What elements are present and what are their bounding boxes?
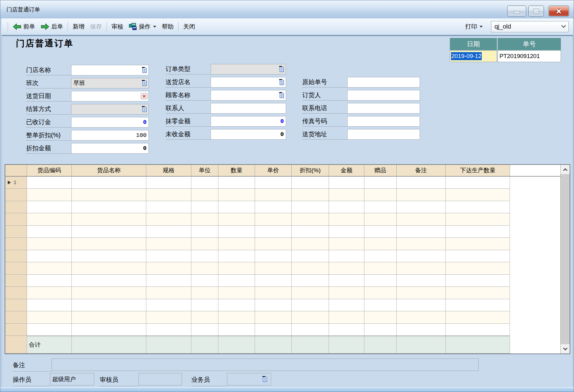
cell-r5-c4[interactable] — [191, 226, 218, 238]
cell-r9-c8[interactable] — [329, 275, 364, 287]
cell-r5-c8[interactable] — [329, 226, 364, 238]
cell-r1-c5[interactable] — [218, 177, 255, 189]
cell-r7-c9[interactable] — [364, 250, 397, 262]
cell-r3-c1[interactable] — [27, 201, 72, 213]
cell-r7-c10[interactable] — [397, 250, 446, 262]
store-name-field[interactable] — [71, 65, 149, 75]
cell-r8-c2[interactable] — [72, 262, 146, 274]
cell-r9-c6[interactable] — [255, 275, 292, 287]
cell-r11-c2[interactable] — [72, 299, 146, 311]
cell-r3-c2[interactable] — [72, 201, 146, 213]
cell-r4-c9[interactable] — [364, 213, 397, 225]
cell-r12-c11[interactable] — [446, 311, 510, 323]
cell-r11-c11[interactable] — [446, 299, 510, 311]
cell-r11-c10[interactable] — [397, 299, 446, 311]
cell-r1-c6[interactable] — [255, 177, 292, 189]
cell-r2-c1[interactable] — [27, 189, 72, 201]
cell-r9-c10[interactable] — [397, 275, 446, 287]
cell-r5-c2[interactable] — [72, 226, 146, 238]
cell-r7-c5[interactable] — [218, 250, 255, 262]
cell-r3-c10[interactable] — [397, 201, 446, 213]
cell-r1-c7[interactable] — [292, 177, 329, 189]
cell-r1-c11[interactable] — [446, 177, 510, 189]
new-button[interactable]: 新增 — [70, 21, 87, 32]
cell-r6-c10[interactable] — [397, 238, 446, 250]
cell-r4-c2[interactable] — [72, 213, 146, 225]
cell-r13-c6[interactable] — [255, 324, 292, 336]
cell-r5-c11[interactable] — [446, 226, 510, 238]
contact-person-field[interactable] — [211, 103, 286, 114]
print-template-combobox[interactable]: qj_old — [491, 21, 569, 32]
audit-button[interactable]: 审核 — [109, 21, 126, 32]
cell-r10-c10[interactable] — [397, 287, 446, 299]
row-selector-7[interactable] — [5, 250, 27, 262]
orderer-field[interactable] — [347, 90, 420, 101]
cell-r13-c1[interactable] — [27, 324, 72, 336]
cell-r10-c9[interactable] — [364, 287, 397, 299]
cell-r3-c3[interactable] — [146, 201, 191, 213]
order-type-field[interactable] — [211, 64, 286, 74]
list-lookup-icon[interactable] — [278, 92, 285, 99]
rounding-amount-field[interactable]: 0 — [211, 116, 286, 127]
cell-r8-c9[interactable] — [364, 262, 397, 274]
scroll-down-button[interactable] — [561, 344, 570, 354]
cell-r4-c1[interactable] — [27, 213, 72, 225]
cell-r6-c4[interactable] — [191, 238, 218, 250]
cell-r8-c3[interactable] — [146, 262, 191, 274]
cell-r7-c7[interactable] — [292, 250, 329, 262]
cell-r9-c1[interactable] — [27, 275, 72, 287]
cell-r6-c1[interactable] — [27, 238, 72, 250]
unpaid-amount-field[interactable]: 0 — [211, 129, 286, 140]
cell-r9-c11[interactable] — [446, 275, 510, 287]
cell-r13-c5[interactable] — [218, 324, 255, 336]
cell-r6-c2[interactable] — [72, 238, 146, 250]
cell-r2-c5[interactable] — [218, 189, 255, 201]
cell-r10-c11[interactable] — [446, 287, 510, 299]
original-orderno-field[interactable] — [347, 77, 420, 88]
next-order-button[interactable]: 后单 — [38, 21, 66, 32]
delivery-store-field[interactable] — [211, 77, 286, 88]
cell-r12-c1[interactable] — [27, 311, 72, 323]
cell-r12-c8[interactable] — [329, 311, 364, 323]
row-selector-1[interactable]: 1 — [5, 177, 27, 189]
delivery-address-field[interactable] — [347, 129, 420, 140]
cell-r13-c2[interactable] — [72, 324, 146, 336]
cell-r6-c7[interactable] — [292, 238, 329, 250]
cell-r2-c10[interactable] — [397, 189, 446, 201]
cell-r7-c4[interactable] — [191, 250, 218, 262]
shift-field[interactable]: 早班 — [71, 78, 149, 88]
cell-r10-c3[interactable] — [146, 287, 191, 299]
cell-r2-c3[interactable] — [146, 189, 191, 201]
contact-phone-field[interactable] — [347, 103, 420, 114]
cell-r12-c6[interactable] — [255, 311, 292, 323]
cell-r8-c4[interactable] — [191, 262, 218, 274]
cell-r4-c10[interactable] — [397, 213, 446, 225]
cell-r6-c3[interactable] — [146, 238, 191, 250]
cell-r12-c2[interactable] — [72, 311, 146, 323]
cell-r12-c5[interactable] — [218, 311, 255, 323]
cell-r13-c4[interactable] — [191, 324, 218, 336]
cell-r12-c7[interactable] — [292, 311, 329, 323]
cell-r11-c6[interactable] — [255, 299, 292, 311]
cell-r6-c9[interactable] — [364, 238, 397, 250]
help-button[interactable]: 帮助 — [159, 21, 176, 32]
close-form-button[interactable]: 关闭 — [180, 21, 198, 32]
whole-discount-pct-field[interactable]: 100 — [71, 130, 149, 141]
cell-r12-c3[interactable] — [146, 311, 191, 323]
cell-r2-c9[interactable] — [364, 189, 397, 201]
cell-r7-c11[interactable] — [446, 250, 510, 262]
save-button[interactable]: 保存 — [87, 21, 105, 32]
cell-r9-c2[interactable] — [72, 275, 146, 287]
list-lookup-icon[interactable] — [278, 65, 285, 73]
cell-r4-c3[interactable] — [146, 213, 191, 225]
cell-r9-c3[interactable] — [146, 275, 191, 287]
cell-r4-c8[interactable] — [329, 213, 364, 225]
cell-r13-c7[interactable] — [292, 324, 329, 336]
cell-r5-c1[interactable] — [27, 226, 72, 238]
cell-r12-c9[interactable] — [364, 311, 397, 323]
cell-r3-c11[interactable] — [446, 201, 510, 213]
orderno-field[interactable]: PT2019091201 — [498, 50, 561, 62]
row-selector-10[interactable] — [5, 287, 27, 299]
cell-r6-c6[interactable] — [255, 238, 292, 250]
cell-r10-c1[interactable] — [27, 287, 72, 299]
